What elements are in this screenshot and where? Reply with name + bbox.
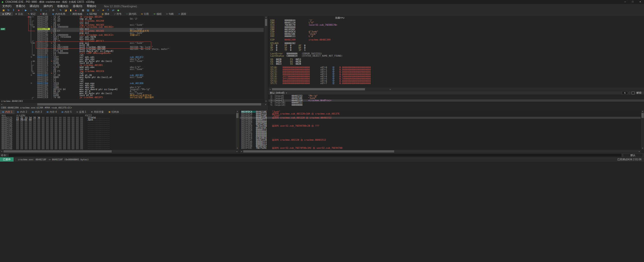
register-line[interactable]: ES002BDS002B bbox=[270, 61, 644, 63]
tab-CPU[interactable]: ▦CPU bbox=[0, 12, 13, 16]
stack-row[interactable]: 0019FDEC00000066 bbox=[240, 131, 641, 133]
dump-view[interactable]: 0040217E31323334353600000000000000000000… bbox=[0, 117, 235, 149]
stack-row[interactable]: 0019FE0000000111 bbox=[240, 141, 641, 143]
disasm-row[interactable]: 00401391.46inc esi bbox=[37, 22, 264, 24]
disasm-row[interactable]: 004013E2.B0 0Amov al,AA:'\n' bbox=[37, 90, 264, 92]
disasm-row[interactable]: 004013D1>C3ret bbox=[37, 72, 264, 74]
scroll-up-icon[interactable]: ▴ bbox=[264, 16, 268, 18]
register-line[interactable]: ESI0040218E"Junk" bbox=[270, 33, 644, 35]
scrollbar-thumb[interactable] bbox=[265, 19, 267, 26]
fold-toggle-icon[interactable]: ⊟ bbox=[31, 56, 32, 58]
scrollbar-thumb[interactable] bbox=[641, 113, 644, 118]
dump-horizontal-scrollbar[interactable]: ◂ ▸ bbox=[0, 149, 239, 153]
tab-局部变量[interactable]: ≣局部变量 bbox=[89, 110, 106, 114]
stack-row[interactable]: 0019FDD000401128返回到 crackme.sub_401128 自… bbox=[240, 117, 641, 119]
scroll-left-icon[interactable]: ◂ bbox=[268, 88, 272, 91]
disasm-row[interactable]: 004013DA.33FFxor edi,edi bbox=[37, 84, 264, 86]
eraser-button[interactable]: ◪ bbox=[63, 9, 68, 12]
stack-vertical-scrollbar[interactable]: ▴ ▾ bbox=[641, 110, 644, 149]
tab-SEH链[interactable]: §SEH链 bbox=[85, 12, 99, 16]
tab-句柄[interactable]: #句柄 bbox=[164, 12, 176, 16]
disasm-row[interactable]: 0040139C>5Epop esiesi:"Junk" bbox=[37, 32, 264, 34]
pause-button[interactable]: ‖ bbox=[11, 9, 16, 12]
menu-item[interactable]: 帮助(H) bbox=[85, 4, 98, 8]
disasm-row[interactable]: 004013BC.E8 79000000call <JMP.&MessageBo… bbox=[37, 52, 264, 54]
register-line[interactable]: CF0TF0IF1 bbox=[270, 49, 644, 51]
scroll-up-icon[interactable]: ▴ bbox=[236, 110, 239, 113]
step-out-button[interactable]: ↥ bbox=[38, 9, 44, 12]
calculator-button[interactable]: ▦ bbox=[80, 9, 86, 12]
scrollbar-thumb[interactable] bbox=[4, 150, 112, 153]
menu-item[interactable]: 查看(V) bbox=[14, 4, 27, 8]
stack-row[interactable]: 0019FDE800000111 bbox=[240, 129, 641, 131]
disasm-row[interactable]: 004013C8.84DBtest bl,bl bbox=[37, 62, 264, 64]
disasm-row[interactable]: 004013C1.C3ret bbox=[37, 54, 264, 56]
disasm-row[interactable]: 004013E8.74 0Bje crackme.4013F5serial为空，… bbox=[37, 96, 264, 98]
arguments-panel[interactable]: 1: [esp+4]00401232"Ph~!@"2: [esp+8]00402… bbox=[268, 95, 644, 110]
unlock-checkbox[interactable] bbox=[632, 92, 634, 94]
command-profile-select[interactable]: 默认 bbox=[623, 153, 643, 157]
disasm-row[interactable]: 0040138F.73 03jae crackme.401394 bbox=[37, 20, 264, 22]
register-line[interactable]: EDI00000111L'đ' bbox=[270, 35, 644, 38]
spinner-arrows-icon[interactable]: ▴▾ bbox=[627, 92, 629, 94]
register-line[interactable]: ESP0019FDC4&"Junk" bbox=[270, 31, 644, 33]
step-into-button[interactable]: ↓ bbox=[28, 9, 33, 12]
memory-map-button[interactable]: ▤ bbox=[86, 9, 91, 12]
fold-toggle-icon[interactable]: ⊟ bbox=[31, 82, 32, 84]
fold-toggle-icon[interactable]: ⊟ bbox=[31, 74, 32, 76]
disasm-row[interactable]: 004013D7.C3ret bbox=[37, 80, 264, 82]
register-line[interactable]: EAX0000004A'J' bbox=[270, 19, 644, 22]
calling-convention-select[interactable]: 默认 (stdcall) bbox=[270, 91, 285, 95]
disasm-row[interactable]: 004013CF.EB F5jmp crackme.4013C6 bbox=[37, 70, 264, 72]
stack-row[interactable]: 0019FDFC00401128返回到 crackme.401128 自 cra… bbox=[240, 139, 641, 141]
stack-row[interactable]: 0019FDF400000000 bbox=[240, 135, 641, 137]
register-line[interactable]: ECX76E80170<user32.sub_76E80170> bbox=[270, 24, 644, 26]
menu-item[interactable]: 调试(D) bbox=[27, 4, 41, 8]
disasm-row[interactable]: 0040138D.3C 5Acmp al,5A5A:'Z' bbox=[37, 18, 264, 20]
menu-item[interactable]: 文件(F) bbox=[0, 4, 14, 8]
register-line[interactable]: ST(7)00000000000000000000x87r7空0.0000000… bbox=[270, 82, 644, 85]
arg-count-spinner[interactable]: 5 ▴▾ bbox=[622, 91, 630, 95]
register-line[interactable]: LastStatusC0000034(STATUS_OBJECT_NAME_NO… bbox=[270, 55, 644, 57]
disasm-row[interactable]: 0040139A.EB E7jmp crackme.401383将name转换成… bbox=[37, 30, 264, 32]
tab-线程[interactable]: ≫线程 bbox=[151, 12, 164, 16]
disasm-row[interactable]: 004013A8.8BC7mov eax,edi bbox=[37, 38, 264, 40]
registers-panel[interactable]: 隐藏FPUEAX0000004A'J'EBX00401128L"é"ECX76E… bbox=[268, 16, 644, 88]
disasm-row[interactable]: 00401399.46inc esiesi:"Junk" bbox=[37, 28, 264, 30]
restart-button[interactable]: ↻ bbox=[6, 9, 11, 12]
disasm-row[interactable]: 004013CA.74 05je crackme.4013D1 bbox=[37, 64, 264, 66]
disasm-row[interactable]: 0040139D.E8 20000000call <crackme.sub_40… bbox=[37, 34, 264, 36]
tab-结构体[interactable]: ▦结构体 bbox=[106, 110, 122, 114]
step-over-button[interactable]: ↷ bbox=[33, 9, 38, 12]
command-input[interactable] bbox=[8, 153, 622, 157]
argument-row[interactable]: 5: [esp+14]00000000 bbox=[268, 104, 644, 106]
scroll-down-icon[interactable]: ▾ bbox=[641, 147, 644, 149]
stack-row[interactable]: 0019FDD800000000 bbox=[240, 121, 641, 123]
sync-button[interactable]: ⇄ bbox=[111, 9, 116, 12]
disasm-row[interactable]: 004013DC.33DBxor ebx,ebxebx:L"é" bbox=[37, 86, 264, 88]
tab-调用堆栈[interactable]: ≡调用堆栈 bbox=[68, 12, 85, 16]
tab-断点[interactable]: ●断点 bbox=[38, 12, 50, 16]
register-line[interactable]: OF0SF0DF0 bbox=[270, 47, 644, 49]
disasm-row[interactable]: 00401392.EB EFjmp crackme.401383esi:"Jun… bbox=[37, 24, 264, 26]
tab-源代码[interactable]: ‹›源代码 bbox=[124, 12, 139, 16]
stack-row[interactable]: 0019FDE076E947AB返回到 user32.sub_76E94780+… bbox=[240, 125, 641, 127]
tab-日志[interactable]: ≣日志 bbox=[13, 12, 26, 16]
search-button[interactable]: ○ bbox=[96, 9, 101, 12]
tab-符号[interactable]: ƒ符号 bbox=[112, 12, 124, 16]
scrollbar-thumb[interactable] bbox=[236, 113, 238, 118]
stack-row[interactable]: 0019FDF000000000 bbox=[240, 133, 641, 135]
scroll-down-icon[interactable]: ▾ bbox=[236, 147, 239, 149]
disasm-horizontal-scrollbar[interactable]: ◂ ▸ bbox=[0, 102, 267, 106]
register-line[interactable]: ZF0PF0AF0 bbox=[270, 45, 644, 47]
tab-内存布局[interactable]: ▤内存布局 bbox=[50, 12, 68, 16]
scroll-up-icon[interactable]: ▴ bbox=[641, 110, 644, 113]
register-line[interactable]: CS0023SS002B bbox=[270, 63, 644, 65]
disasm-row[interactable]: ⊟004013C2.33FFxor edi,edisub_4013C2 bbox=[37, 56, 264, 58]
trace-button[interactable]: ▲ bbox=[73, 9, 78, 12]
tab-内存 1[interactable]: ▤内存 1 bbox=[0, 110, 15, 114]
disasm-row[interactable]: 004013CC.03FBadd edi,ebxebx:L"é" bbox=[37, 66, 264, 68]
maximize-button[interactable]: □ bbox=[629, 0, 636, 4]
stack-row[interactable]: 0019FDD400000111 bbox=[240, 119, 641, 121]
disasm-row[interactable]: 004013A2.81F7 78560000xor edi,5678 bbox=[37, 36, 264, 38]
